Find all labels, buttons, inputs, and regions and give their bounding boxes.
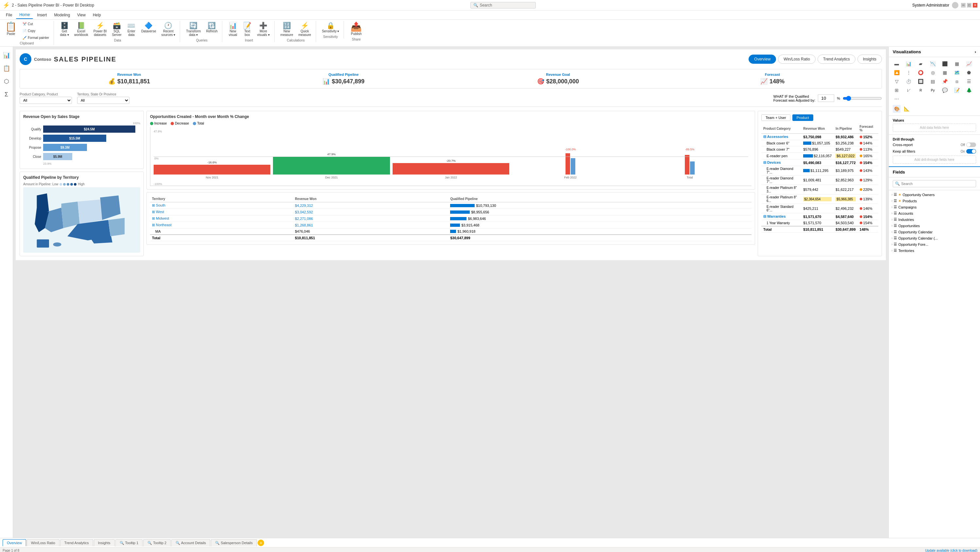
nav-insights[interactable]: Insights — [858, 54, 882, 64]
nav-overview[interactable]: Overview — [749, 54, 776, 64]
fields-search-input[interactable] — [901, 182, 974, 186]
excel-workbook-button[interactable]: 📗 Excelworkbook — [72, 21, 90, 38]
dax-query-button[interactable]: Σ — [1, 89, 13, 100]
field-industries[interactable]: › ☰ Industries — [891, 216, 977, 223]
viz-pie[interactable]: ⭕ — [917, 68, 925, 76]
viz-decomp-tree[interactable]: 🌲 — [965, 86, 973, 94]
table-row[interactable]: ⊟ Devices $5,490,083 $16,127,772 154% — [761, 159, 878, 166]
table-row[interactable]: MA $476,046 $1,960,918 — [150, 229, 751, 235]
data-view-button[interactable]: 📋 — [1, 62, 13, 74]
table-row[interactable]: ⊞ Northeast $1,268,861 $3,915,468 — [150, 222, 751, 229]
transform-data-button[interactable]: 🔄 Transformdata ▾ — [184, 21, 203, 38]
table-row[interactable]: E-reader Diamond 7"... $1,111,295 $3,189… — [761, 166, 878, 175]
format-button[interactable]: 🎨 — [893, 105, 900, 113]
analytics-button[interactable]: 📐 — [902, 105, 910, 113]
menu-help[interactable]: Help — [89, 11, 104, 19]
panel-collapse-icon[interactable]: › — [975, 49, 976, 54]
what-if-slider[interactable] — [843, 96, 882, 101]
field-campaigns[interactable]: › ☰ Campaigns — [891, 204, 977, 210]
table-row[interactable]: E-reader Diamond 7"... $1,009,481 $2,852… — [761, 175, 878, 185]
enter-data-button[interactable]: ⌨️ Enterdata — [125, 21, 138, 38]
tab-tooltip2[interactable]: 🔍 Tooltip 2 — [143, 539, 171, 546]
viz-scatter[interactable]: ⋮ — [905, 68, 913, 76]
field-accounts[interactable]: › ☰ Accounts — [891, 210, 977, 216]
team-user-toggle[interactable]: Team + User — [761, 115, 791, 121]
update-message[interactable]: Update available (click to download) — [925, 549, 977, 552]
get-data-button[interactable]: 🗄️ Getdata ▾ — [58, 21, 71, 38]
global-search[interactable]: 🔍 Search — [470, 2, 536, 8]
product-filter[interactable]: All — [20, 97, 72, 104]
viz-smart-narrative[interactable]: 📝 — [953, 86, 961, 94]
viz-card[interactable]: 🔲 — [917, 78, 925, 85]
sensitivity-button[interactable]: 🔒 Sensitivity ▾ — [320, 21, 341, 34]
viz-python[interactable]: Py — [929, 86, 937, 94]
viz-slicer[interactable]: ⧈ — [953, 78, 961, 85]
tab-insights[interactable]: Insights — [94, 539, 115, 546]
tab-overview[interactable]: Overview — [3, 539, 26, 546]
report-view-button[interactable]: 📊 — [1, 49, 13, 61]
field-opportunity-forecast[interactable]: › ☰ Opportunity Fore... — [891, 241, 977, 247]
viz-waterfall[interactable]: ⩗ — [905, 86, 913, 94]
model-view-button[interactable]: ⬡ — [1, 75, 13, 87]
territory-filter[interactable]: All — [77, 97, 129, 104]
tab-account-details[interactable]: 🔍 Account Details — [171, 539, 210, 546]
new-measure-button[interactable]: 🔢 Newmeasure — [278, 21, 295, 38]
power-bi-datasets-button[interactable]: ⚡ Power BIdatasets — [92, 21, 109, 38]
viz-column-chart[interactable]: 📉 — [929, 60, 937, 68]
viz-gauge[interactable]: ⏱️ — [905, 78, 913, 85]
dataverse-button[interactable]: 🔷 Dataverse — [139, 21, 158, 34]
table-row[interactable]: ⊟ Accessories $3,750,098 $9,932,486 152% — [761, 134, 878, 140]
viz-filled-map[interactable]: ⬟ — [965, 68, 973, 76]
format-painter-button[interactable]: 🖌️Format painter — [21, 35, 51, 41]
nav-trend[interactable]: Trend Analytics — [818, 54, 856, 64]
viz-treemap[interactable]: ▦ — [941, 68, 949, 76]
viz-r-visual[interactable]: R — [917, 86, 925, 94]
more-visuals-button[interactable]: ➕ Morevisuals ▾ — [255, 21, 271, 38]
table-row[interactable]: 1 Year Warranty $1,571,570 $4,503,540 15… — [761, 220, 878, 226]
new-visual-button[interactable]: 📊 Newvisual — [226, 21, 239, 38]
field-opportunity-calendar[interactable]: › ☰ Opportunity Calendar — [891, 229, 977, 235]
quick-measure-button[interactable]: ⚡ Quickmeasure — [296, 21, 313, 38]
viz-100-bar[interactable]: ▰ — [917, 60, 925, 68]
menu-home[interactable]: Home — [16, 11, 33, 19]
table-row[interactable]: ⊟ Warranties $1,571,670 $4,587,640 154% — [761, 213, 878, 220]
cross-report-switch[interactable] — [966, 143, 976, 147]
keep-filters-switch[interactable] — [966, 149, 976, 154]
close-button[interactable]: ✕ — [973, 3, 977, 8]
text-box-button[interactable]: 📝 Textbox — [240, 21, 254, 38]
tab-winloss[interactable]: Win/Loss Ratio — [27, 539, 59, 546]
table-row[interactable]: E-reader Platinum 8" 3... $579,442 $1,62… — [761, 185, 878, 194]
viz-multi-row-card[interactable]: ▤ — [929, 78, 937, 85]
table-row[interactable]: E-reader pen $2,116,057 $6,127,022 165% — [761, 153, 878, 159]
fields-search-box[interactable]: 🔍 — [893, 180, 976, 187]
add-page-button[interactable]: + — [258, 539, 264, 546]
viz-more[interactable]: ⋯ — [893, 95, 900, 103]
field-products[interactable]: › ☰ ★ Products — [891, 198, 977, 204]
refresh-button[interactable]: 🔃 Refresh — [204, 21, 220, 34]
field-territories[interactable]: › ☰ Territories — [891, 247, 977, 254]
values-placeholder[interactable]: Add data fields here — [893, 124, 976, 132]
menu-modeling[interactable]: Modeling — [51, 11, 73, 19]
drillthrough-placeholder[interactable]: Add drill-through fields here — [893, 156, 976, 164]
viz-bar-chart[interactable]: ▬ — [893, 60, 900, 68]
viz-qa[interactable]: 💬 — [941, 86, 949, 94]
tab-trend[interactable]: Trend Analytics — [60, 539, 93, 546]
table-row[interactable]: ⊞ Midwest $2,271,086 $6,983,646 — [150, 215, 751, 222]
table-row[interactable]: E-reader Platinum 8" 6... $2,364,654 $5,… — [761, 194, 878, 204]
cut-button[interactable]: ✂️Cut — [21, 21, 51, 27]
viz-kpi[interactable]: 📌 — [941, 78, 949, 85]
viz-map[interactable]: 🗺️ — [953, 68, 961, 76]
viz-donut[interactable]: ◎ — [929, 68, 937, 76]
viz-stacked-bar[interactable]: 📊 — [905, 60, 913, 68]
window-controls[interactable]: ─ □ ✕ — [961, 3, 977, 8]
paste-button[interactable]: 📋 Paste — [3, 21, 19, 37]
viz-stacked-col[interactable]: ⬛ — [941, 60, 949, 68]
tab-salesperson-details[interactable]: 🔍 Salesperson Details — [211, 539, 257, 546]
what-if-input[interactable] — [818, 94, 834, 102]
table-row[interactable]: Black cover 7" $576,896 $549,227 113% — [761, 146, 878, 153]
field-opportunity-calendar-2[interactable]: › ☰ Opportunity Calendar (... — [891, 235, 977, 241]
maximize-button[interactable]: □ — [967, 3, 972, 8]
minimize-button[interactable]: ─ — [961, 3, 966, 8]
table-row[interactable]: ⊞ South $4,229,312 $10,793,130 — [150, 202, 751, 209]
recent-sources-button[interactable]: 🕐 Recentsources ▾ — [159, 21, 177, 38]
